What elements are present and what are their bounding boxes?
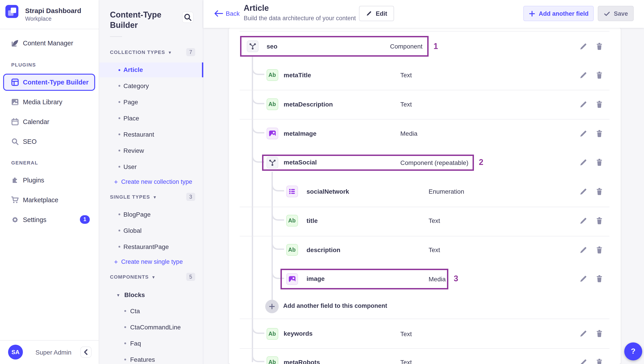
field-name: metaTitle [284, 71, 311, 78]
add-field-button[interactable] [265, 299, 279, 313]
delete-field-button[interactable] [595, 329, 604, 338]
section-collection-types[interactable]: COLLECTION TYPES▼ [110, 49, 172, 55]
component-ctacommandline[interactable]: CtaCommandLine [99, 322, 203, 332]
collection-types-count: 7 [186, 48, 195, 56]
feather-icon [11, 39, 19, 47]
field-type: Media [400, 130, 417, 137]
field-name: seo [266, 43, 277, 50]
sidebar-item-label: Media Library [23, 98, 62, 106]
sidebar-item-content-manager[interactable]: Content Manager [0, 37, 99, 49]
add-field-label[interactable]: Add another field to this component [283, 302, 387, 309]
edit-field-button[interactable] [579, 358, 588, 364]
nav-section-general: GENERAL [11, 160, 38, 165]
edit-field-button[interactable] [579, 71, 588, 79]
section-components[interactable]: COMPONENTS▼ [110, 274, 156, 280]
edit-field-button[interactable] [579, 42, 588, 51]
add-another-field-button[interactable]: Add another field [523, 6, 594, 21]
edit-field-button[interactable] [579, 329, 588, 338]
edit-field-button[interactable] [579, 129, 588, 138]
field-type: Media [428, 275, 446, 282]
collection-type-user[interactable]: User [99, 162, 203, 172]
edit-field-button[interactable] [579, 158, 588, 167]
collection-type-restaurant[interactable]: Restaurant [99, 129, 203, 139]
section-single-types[interactable]: SINGLE TYPES▼ [110, 194, 157, 200]
sidebar-item-content-type-builder[interactable]: Content-Type Builder [3, 74, 95, 91]
sidebar-item-seo[interactable]: SEO [0, 136, 99, 147]
delete-field-button[interactable] [595, 246, 604, 254]
single-type-global[interactable]: Global [99, 226, 203, 236]
field-type: Text [428, 217, 440, 224]
component-features[interactable]: Features [99, 354, 203, 364]
bullet-icon [118, 133, 120, 135]
edit-field-button[interactable] [579, 275, 588, 283]
sidebar-item-marketplace[interactable]: Marketplace [0, 194, 99, 206]
delete-field-button[interactable] [595, 100, 604, 109]
single-type-restaurantpage[interactable]: RestaurantPage [99, 242, 203, 252]
delete-field-button[interactable] [595, 275, 604, 283]
create-collection-type-link[interactable]: +Create new collection type [99, 177, 203, 187]
text-icon: Ab [286, 215, 298, 227]
collection-type-category[interactable]: Category [99, 81, 203, 91]
back-button[interactable]: Back [214, 10, 223, 19]
bullet-icon [118, 85, 120, 87]
field-name: metaSocial [284, 159, 317, 166]
field-name: title [306, 217, 318, 224]
edit-field-button[interactable] [579, 246, 588, 254]
sidebar-item-calendar[interactable]: Calendar [0, 116, 99, 128]
sidebar-item-label: Content Manager [23, 40, 73, 47]
edit-button[interactable]: Edit [359, 6, 394, 21]
field-type: Text [400, 358, 412, 364]
main-sidebar: Strapi Dashboard Workplace Content Manag… [0, 0, 99, 364]
bullet-icon [118, 214, 120, 215]
component-cta[interactable]: Cta [99, 306, 203, 316]
edit-field-button[interactable] [579, 216, 588, 225]
layout-icon [11, 78, 19, 86]
field-row-socialnetwork: socialNetwork Enumeration [229, 177, 621, 206]
chevron-down-icon: ▼ [152, 275, 156, 280]
edit-field-button[interactable] [579, 100, 588, 109]
create-single-type-link[interactable]: +Create new single type [99, 257, 203, 267]
help-button[interactable]: ? [624, 342, 642, 360]
bullet-icon [118, 117, 120, 119]
collection-type-article[interactable]: Article [99, 63, 203, 77]
collection-type-place[interactable]: Place [99, 113, 203, 123]
bullet-icon [124, 310, 126, 312]
field-type: Text [400, 330, 412, 337]
bullet-icon [118, 246, 120, 248]
delete-field-button[interactable] [595, 358, 604, 364]
delete-field-button[interactable] [595, 42, 604, 51]
row-divider [240, 31, 610, 32]
bullet-icon [118, 101, 120, 103]
bullet-icon [118, 230, 120, 231]
annotation-number-1: 1 [434, 42, 438, 51]
delete-field-button[interactable] [595, 216, 604, 225]
media-icon [286, 273, 298, 285]
field-name: metaDescription [284, 100, 333, 108]
save-button[interactable]: Save [598, 6, 634, 21]
search-icon [11, 138, 19, 145]
collapse-sidebar-button[interactable] [80, 346, 92, 358]
component-group-blocks[interactable]: ▼Blocks [99, 290, 203, 300]
sidebar-item-media-library[interactable]: Media Library [0, 96, 99, 108]
search-button[interactable] [182, 12, 194, 23]
field-row-metasocial: metaSocial Component (repeatable) [229, 148, 621, 177]
puzzle-icon [11, 176, 19, 184]
sidebar-item-plugins[interactable]: Plugins [0, 174, 99, 186]
field-row-seo: seo Component [229, 32, 621, 61]
delete-field-button[interactable] [595, 187, 604, 196]
delete-field-button[interactable] [595, 71, 604, 79]
sidebar-item-label: Content-Type Builder [23, 79, 89, 86]
edit-field-button[interactable] [579, 187, 588, 196]
collection-type-page[interactable]: Page [99, 97, 203, 107]
field-row-metadescription: Ab metaDescription Text [229, 90, 621, 119]
avatar[interactable]: SA [8, 345, 23, 359]
delete-field-button[interactable] [595, 158, 604, 167]
sidebar-item-label: Marketplace [23, 196, 58, 204]
collection-type-review[interactable]: Review [99, 146, 203, 155]
component-faq[interactable]: Faq [99, 338, 203, 348]
picture-icon [11, 98, 19, 106]
components-count: 5 [186, 273, 195, 281]
delete-field-button[interactable] [595, 129, 604, 138]
bullet-icon [124, 326, 126, 328]
single-type-blogpage[interactable]: BlogPage [99, 209, 203, 219]
